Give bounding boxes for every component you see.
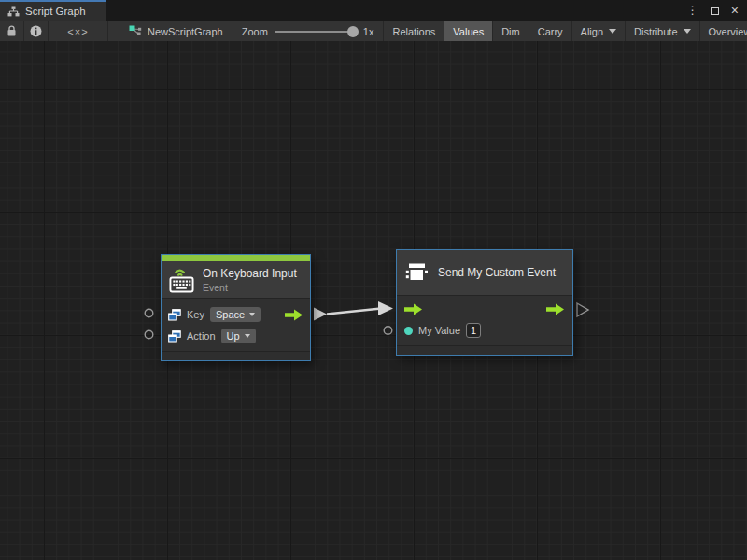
info-icon [30, 25, 42, 37]
node-footer [162, 351, 310, 360]
custom-event-unit-icon [404, 260, 430, 285]
node2-trigger-output-port[interactable] [577, 303, 588, 316]
node1-trigger-output-port[interactable] [314, 308, 327, 321]
node-body: Key Space Action [162, 299, 310, 351]
port-row-key: Key Space [168, 305, 303, 324]
event-color-bar [162, 255, 310, 261]
node2-value-input-port[interactable] [384, 327, 392, 335]
menu-icon[interactable]: ⋮ [687, 5, 698, 16]
zoom-slider[interactable] [275, 31, 357, 33]
chevron-down-icon [245, 334, 250, 338]
zoom-label: Zoom [242, 26, 268, 37]
connection-arrowhead [378, 301, 393, 315]
window-controls: ⋮ × [687, 0, 747, 21]
tab-bar: Script Graph ⋮ × [0, 0, 747, 21]
graph-tree-icon [7, 6, 20, 17]
node-footer [397, 345, 572, 355]
literal-value-icon [168, 330, 181, 343]
toggle-dim[interactable]: Dim [493, 21, 529, 41]
flow-row [404, 300, 565, 318]
node-title: Send My Custom Event [438, 266, 556, 279]
flow-input-arrow-icon[interactable] [404, 303, 423, 315]
close-icon[interactable]: × [731, 4, 739, 17]
chevron-down-icon [609, 29, 616, 34]
node1-key-input-port[interactable] [145, 309, 153, 317]
graph-toolbar: <×> NewScriptGraph Zoom 1x Relations Val… [0, 21, 747, 41]
action-dropdown[interactable]: Up [221, 329, 256, 343]
my-value-input[interactable]: 1 [466, 323, 481, 338]
port-row-action: Action Up [168, 327, 303, 345]
node1-action-input-port[interactable] [145, 330, 153, 339]
graph-canvas[interactable]: On Keyboard Input Event Key Space [0, 41, 747, 560]
port-label-my-value: My Value [418, 325, 460, 336]
chevron-down-icon [684, 29, 691, 34]
tab-title: Script Graph [25, 6, 86, 17]
key-dropdown[interactable]: Space [210, 307, 261, 322]
zoom-slider-handle[interactable] [347, 26, 359, 37]
connections-layer [0, 41, 747, 560]
toggle-overview[interactable]: Overview [700, 21, 747, 41]
toggle-carry[interactable]: Carry [529, 21, 572, 41]
node-title: On Keyboard Input [203, 267, 297, 280]
lock-button[interactable] [0, 21, 24, 41]
node-subtitle: Event [203, 282, 297, 293]
graph-asset-reference[interactable]: NewScriptGraph [108, 21, 238, 41]
node-titles: On Keyboard Input Event [203, 267, 297, 293]
node-body: My Value 1 [397, 296, 572, 345]
script-graph-window: Script Graph ⋮ × <×> [0, 0, 747, 560]
node-header[interactable]: Send My Custom Event [397, 250, 572, 296]
zoom-control: Zoom 1x [238, 21, 385, 41]
maximize-icon[interactable] [711, 7, 719, 15]
port-label-action: Action [187, 330, 216, 342]
lock-icon [7, 25, 17, 37]
node-send-my-custom-event[interactable]: Send My Custom Event My Value 1 [396, 249, 573, 356]
distribute-dropdown[interactable]: Distribute [626, 21, 699, 41]
code-icon: <×> [67, 26, 88, 37]
keyboard-event-icon [169, 266, 194, 293]
zoom-value: 1x [363, 26, 374, 37]
code-preview-button[interactable]: <×> [49, 21, 108, 41]
tab-script-graph[interactable]: Script Graph [0, 0, 106, 21]
port-label-key: Key [187, 309, 204, 320]
literal-value-icon [168, 309, 181, 321]
graph-name: NewScriptGraph [148, 26, 223, 37]
info-button[interactable] [24, 21, 49, 41]
node-on-keyboard-input[interactable]: On Keyboard Input Event Key Space [161, 254, 311, 361]
flow-output-arrow-icon[interactable] [546, 303, 565, 315]
port-row-my-value: My Value 1 [404, 321, 565, 340]
script-graph-asset-icon [129, 25, 142, 37]
flow-output-arrow-icon[interactable] [285, 309, 303, 321]
value-port-dot-icon [404, 327, 413, 335]
align-dropdown[interactable]: Align [572, 21, 626, 41]
connection-wire[interactable] [327, 309, 381, 315]
toggle-values[interactable]: Values [444, 21, 493, 41]
node-header[interactable]: On Keyboard Input Event [162, 261, 310, 299]
toggle-relations[interactable]: Relations [384, 21, 444, 41]
chevron-down-icon [249, 313, 255, 316]
